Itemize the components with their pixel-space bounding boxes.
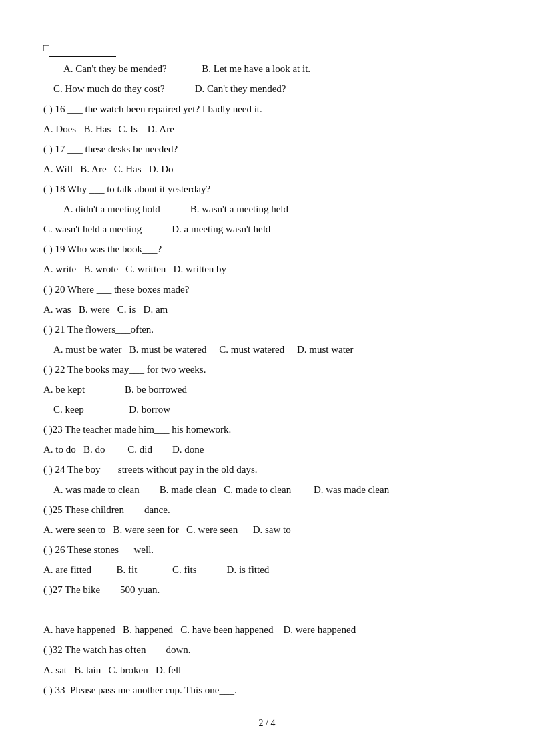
- question-20: ( ) 20 Where ___ these boxes made?: [43, 281, 491, 297]
- blank-row: [43, 602, 491, 618]
- q17-options: A. Will B. Are C. Has D. Do: [43, 161, 491, 177]
- q16-options: A. Does B. Has C. Is D. Are: [43, 121, 491, 137]
- q21-options: A. must be water B. must be watered C. m…: [43, 341, 491, 357]
- question-33: ( ) 33 Please pass me another cup. This …: [43, 682, 491, 698]
- q26-options: A. are fitted B. fit C. fits D. is fitte…: [43, 562, 491, 578]
- q20-options: A. was B. were C. is D. am: [43, 301, 491, 317]
- question-26: ( ) 26 These stones___well.: [43, 542, 491, 558]
- q24-options: A. was made to clean B. made clean C. ma…: [43, 482, 491, 498]
- q22-options-2: C. keep D. borrow: [43, 401, 491, 417]
- option-row-2: C. How much do they cost? D. Can't they …: [43, 81, 491, 97]
- q25-options: A. were seen to B. were seen for C. were…: [43, 522, 491, 538]
- question-22: ( ) 22 The books may___ for two weeks.: [43, 361, 491, 377]
- q18-options-1: A. didn't a meeting hold B. wasn't a mee…: [43, 201, 491, 217]
- q32-options: A. sat B. lain C. broken D. fell: [43, 662, 491, 678]
- question-17: ( ) 17 ___ these desks be needed?: [43, 141, 491, 157]
- question-24: ( ) 24 The boy___ streets without pay in…: [43, 461, 491, 478]
- question-21: ( ) 21 The flowers___often.: [43, 321, 491, 337]
- option-row-1: A. Can't they be mended? B. Let me have …: [43, 61, 491, 77]
- question-16: ( ) 16 ___ the watch been repaired yet? …: [43, 101, 491, 117]
- question-18: ( ) 18 Why ___ to talk about it yesterda…: [43, 181, 491, 197]
- extra-options: A. have happened B. happened C. have bee…: [43, 622, 491, 638]
- q23-options: A. to do B. do C. did D. done: [43, 441, 491, 457]
- question-19: ( ) 19 Who was the book___?: [43, 241, 491, 257]
- q19-options: A. write B. wrote C. written D. written …: [43, 261, 491, 277]
- q22-options-1: A. be kept B. be borrowed: [43, 381, 491, 397]
- question-25: ( )25 These children____dance.: [43, 502, 491, 518]
- header-blank: □: [43, 40, 491, 57]
- question-27: ( )27 The bike ___ 500 yuan.: [43, 582, 491, 598]
- question-23: ( )23 The teacher made him___ his homewo…: [43, 421, 491, 437]
- exam-content: □ A. Can't they be mended? B. Let me hav…: [43, 40, 491, 698]
- q18-options-2: C. wasn't held a meeting D. a meeting wa…: [43, 221, 491, 237]
- question-32: ( )32 The watch has often ___ down.: [43, 642, 491, 658]
- page-number: 2 / 4: [43, 718, 491, 729]
